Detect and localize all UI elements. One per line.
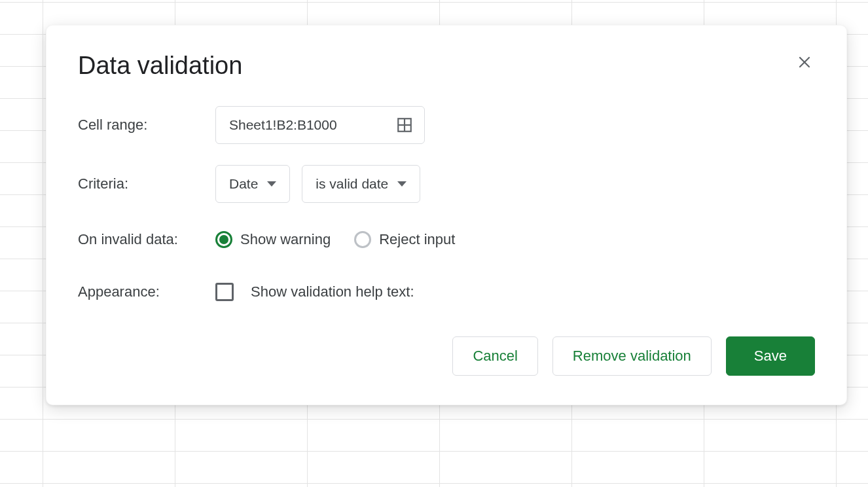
appearance-row: Appearance: Show validation help text: (78, 276, 815, 308)
dialog-title: Data validation (78, 52, 242, 80)
chevron-down-icon (397, 181, 407, 187)
dialog-header: Data validation (78, 52, 815, 80)
radio-reject-input[interactable]: Reject input (354, 231, 455, 248)
appearance-label: Appearance: (78, 283, 215, 300)
on-invalid-label: On invalid data: (78, 231, 215, 248)
data-validation-dialog: Data validation Cell range: (46, 25, 847, 405)
save-button[interactable]: Save (726, 336, 815, 376)
close-icon (797, 54, 812, 72)
radio-show-warning-label: Show warning (240, 231, 331, 248)
criteria-label: Criteria: (78, 175, 215, 192)
criteria-group: Date is valid date (215, 165, 420, 203)
cell-range-input-wrap (215, 106, 425, 144)
radio-icon (215, 231, 232, 248)
remove-validation-button[interactable]: Remove validation (552, 336, 712, 376)
cell-range-input[interactable] (215, 106, 425, 144)
on-invalid-row: On invalid data: Show warning Reject inp… (78, 224, 815, 255)
appearance-checkbox-label: Show validation help text: (251, 283, 414, 300)
criteria-type-dropdown[interactable]: Date (215, 165, 290, 203)
chevron-down-icon (267, 181, 276, 187)
criteria-condition-value: is valid date (316, 176, 388, 192)
radio-show-warning[interactable]: Show warning (215, 231, 331, 248)
radio-icon (354, 231, 371, 248)
appearance-checkbox[interactable]: Show validation help text: (215, 283, 414, 301)
criteria-condition-dropdown[interactable]: is valid date (302, 165, 420, 203)
on-invalid-radio-group: Show warning Reject input (215, 231, 455, 248)
criteria-row: Criteria: Date is valid date (78, 165, 815, 203)
dialog-button-row: Cancel Remove validation Save (78, 336, 815, 376)
close-button[interactable] (794, 52, 815, 75)
radio-reject-input-label: Reject input (379, 231, 455, 248)
checkbox-icon (215, 283, 234, 301)
grid-select-icon[interactable] (396, 117, 413, 134)
dialog-backdrop: Data validation Cell range: (0, 0, 868, 487)
cell-range-label: Cell range: (78, 117, 215, 134)
cancel-button[interactable]: Cancel (452, 336, 537, 376)
criteria-type-value: Date (229, 176, 258, 192)
cell-range-row: Cell range: (78, 106, 815, 144)
